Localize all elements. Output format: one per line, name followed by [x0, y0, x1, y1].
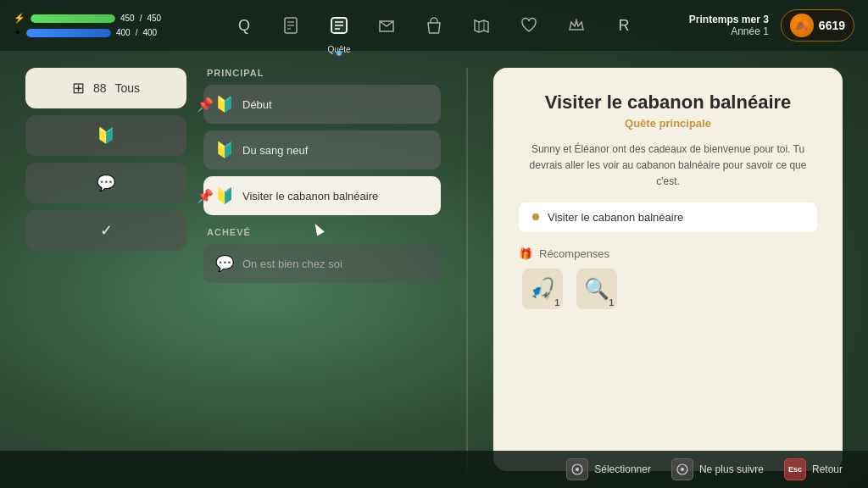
reward-item-0: 🎣 1	[522, 269, 563, 309]
quest-item-debut[interactable]: 📌 🔰 Début	[203, 85, 441, 124]
sidebar-item-all[interactable]: ⊞ 88 Tous	[25, 68, 186, 108]
energy-bar-row: ✦ 400 / 400	[14, 27, 161, 38]
onestbien-quest-label: On est bien chez soi	[242, 258, 342, 270]
map-icon	[472, 16, 491, 35]
gift-icon: 🎁	[519, 247, 532, 260]
nav-journal[interactable]	[276, 10, 307, 41]
nav-r-label: R	[619, 17, 630, 35]
svg-point-11	[576, 468, 579, 471]
dusangneuf-quest-label: Du sang neuf	[242, 144, 308, 157]
reward-count-1: 1	[609, 298, 614, 308]
svg-point-13	[681, 468, 684, 471]
rewards-label-row: 🎁 Récompenses	[519, 247, 817, 260]
health-bar-row: ⚡ 450 / 450	[14, 13, 161, 24]
top-nav: Q Quête	[229, 10, 639, 41]
sidebar-item-check[interactable]: ✓	[25, 210, 186, 251]
unfollow-btn-badge	[671, 458, 693, 480]
reward-icon-fishing: 🎣 1	[522, 269, 563, 309]
rewards-section: 🎁 Récompenses 🎣 1 🔍 1	[519, 247, 817, 309]
date-info: Printemps mer 3 Année 1	[689, 14, 769, 37]
controller-icon-select	[571, 463, 583, 475]
reward-icon-search: 🔍 1	[576, 269, 617, 309]
principal-label: Principal	[203, 68, 441, 78]
heart-icon	[520, 16, 538, 35]
debut-quest-label: Début	[242, 98, 272, 111]
quest-objective: Visiter le cabanon balnéaire	[519, 202, 817, 232]
date-season: Printemps mer 3	[689, 14, 769, 25]
energy-value: 400	[116, 28, 131, 37]
cabanon-quest-label: Visiter le cabanon balnéaire	[242, 190, 378, 202]
health-sep: /	[140, 14, 142, 23]
nav-mail[interactable]	[371, 10, 402, 41]
health-bar-bg	[31, 14, 115, 23]
sidebar-item-main[interactable]: 🔰	[25, 115, 186, 156]
all-icon: ⊞	[72, 79, 85, 97]
esc-key-label: Esc	[788, 465, 802, 474]
top-right: Printemps mer 3 Année 1 🍂 6619	[689, 9, 854, 42]
action-select: Sélectionner	[566, 458, 651, 480]
date-year: Année 1	[689, 25, 769, 37]
sidebar-item-chat[interactable]: 💬	[25, 163, 186, 203]
main-quest-icon: 🔰	[97, 126, 115, 145]
quest-detail-type: Quête principale	[519, 117, 817, 130]
stat-bars: ⚡ 450 / 450 ✦ 400 / 400	[14, 13, 161, 38]
nav-heart[interactable]	[514, 10, 544, 41]
action-back: Esc Retour	[784, 458, 843, 480]
quest-item-dusangneuf[interactable]: 🔰 Du sang neuf	[203, 130, 441, 169]
sidebar-all-count: 88	[93, 81, 107, 95]
bottom-bar: Sélectionner Ne plus suivre Esc Retour	[0, 451, 868, 488]
dusangneuf-quest-icon: 🔰	[215, 141, 234, 159]
sidebar-all-label: Tous	[115, 81, 141, 95]
acheve-label: Achevé	[203, 227, 441, 237]
back-label: Retour	[812, 463, 843, 475]
energy-max: 400	[142, 28, 157, 37]
nav-quete[interactable]: Quête	[324, 10, 354, 41]
quest-item-cabanon[interactable]: 📌 🔰 Visiter le cabanon balnéaire	[203, 176, 441, 215]
health-max: 450	[147, 14, 161, 23]
health-value: 450	[120, 14, 135, 23]
quete-active-dot	[337, 51, 342, 56]
onestbien-quest-icon: 💬	[215, 254, 234, 273]
quest-detail-panel: Visiter le cabanon balnéaire Quête princ…	[493, 68, 843, 471]
rewards-label-text: Récompenses	[539, 247, 609, 260]
pin-icon-debut: 📌	[197, 97, 214, 113]
quest-list: Principal 📌 🔰 Début 🔰 Du sang neuf 📌 🔰 V…	[203, 68, 441, 471]
objective-text: Visiter le cabanon balnéaire	[548, 211, 683, 224]
crown-icon	[567, 16, 586, 35]
nav-map[interactable]	[466, 10, 497, 41]
quest-item-onestbien[interactable]: 💬 On est bien chez soi	[203, 244, 441, 283]
gold-icon: 🍂	[790, 14, 814, 37]
health-icon: ⚡	[14, 13, 25, 24]
reward-count-0: 1	[554, 298, 559, 308]
nav-bag[interactable]	[419, 10, 449, 41]
nav-q[interactable]: Q	[229, 10, 259, 41]
journal-icon	[282, 16, 301, 35]
cabanon-quest-icon: 🔰	[215, 186, 234, 205]
quest-detail-description: Sunny et Éléanor ont des cadeaux de bien…	[519, 141, 817, 191]
check-icon: ✓	[100, 221, 113, 240]
gold-badge: 🍂 6619	[781, 9, 854, 42]
action-unfollow: Ne plus suivre	[671, 458, 764, 480]
health-bar-fill	[31, 14, 115, 23]
reward-items: 🎣 1 🔍 1	[519, 269, 817, 309]
esc-btn-badge: Esc	[784, 458, 806, 480]
gold-amount: 6619	[819, 19, 845, 32]
chat-icon: 💬	[97, 174, 115, 192]
quest-detail-title: Visiter le cabanon balnéaire	[519, 92, 817, 114]
top-bar: ⚡ 450 / 450 ✦ 400 / 400 Q	[0, 0, 868, 51]
bag-icon	[425, 16, 443, 35]
nav-q-label: Q	[238, 17, 250, 35]
energy-bar-bg	[26, 29, 111, 37]
controller-icon-unfollow	[676, 463, 688, 475]
select-btn-badge	[566, 458, 588, 480]
energy-bar-fill	[26, 29, 111, 37]
energy-sep: /	[136, 28, 138, 37]
nav-crown[interactable]	[561, 10, 592, 41]
nav-r[interactable]: R	[609, 10, 639, 41]
main-content: ⊞ 88 Tous 🔰 💬 ✓ Principal 📌 🔰 Début 🔰 Du…	[0, 51, 868, 488]
unfollow-label: Ne plus suivre	[699, 463, 764, 475]
category-sidebar: ⊞ 88 Tous 🔰 💬 ✓	[25, 68, 186, 471]
mail-icon	[377, 16, 396, 35]
panel-divider	[466, 68, 468, 471]
objective-dot	[532, 214, 539, 220]
